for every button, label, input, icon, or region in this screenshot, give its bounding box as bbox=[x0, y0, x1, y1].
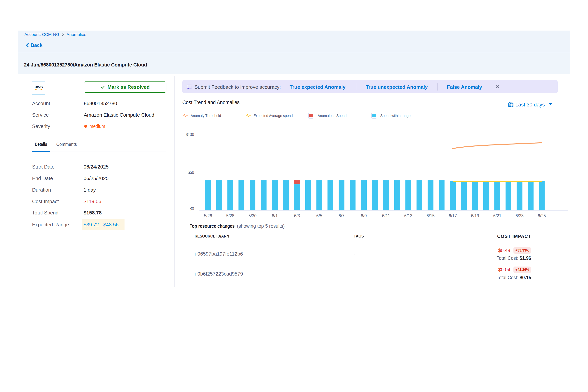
svg-text:$0: $0 bbox=[190, 206, 194, 211]
svg-text:6/1: 6/1 bbox=[272, 213, 278, 218]
svg-text:6/19: 6/19 bbox=[471, 213, 479, 218]
svg-text:5/30: 5/30 bbox=[248, 213, 256, 218]
svg-text:$50: $50 bbox=[188, 170, 194, 175]
svg-text:5/26: 5/26 bbox=[204, 213, 212, 218]
svg-text:6/13: 6/13 bbox=[404, 213, 412, 218]
svg-text:6/9: 6/9 bbox=[361, 213, 367, 218]
svg-text:6/17: 6/17 bbox=[449, 213, 457, 218]
svg-text:6/23: 6/23 bbox=[516, 213, 524, 218]
svg-text:6/5: 6/5 bbox=[316, 213, 322, 218]
svg-text:6/7: 6/7 bbox=[338, 213, 344, 218]
svg-text:6/15: 6/15 bbox=[426, 213, 435, 218]
svg-text:5/28: 5/28 bbox=[226, 213, 234, 218]
svg-text:6/11: 6/11 bbox=[382, 213, 390, 218]
svg-text:6/25: 6/25 bbox=[538, 213, 546, 218]
svg-text:6/3: 6/3 bbox=[294, 213, 300, 218]
svg-text:6/21: 6/21 bbox=[493, 213, 501, 218]
svg-text:$100: $100 bbox=[186, 132, 194, 137]
